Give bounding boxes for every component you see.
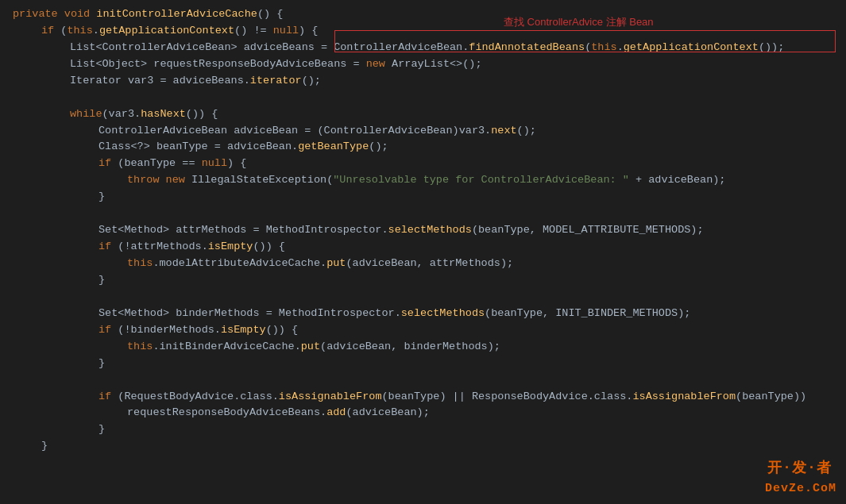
code-token: (adviceBean, attrMethods); [346, 256, 513, 272]
code-token: this [67, 23, 92, 40]
line: } [0, 421, 846, 438]
code-token: null [202, 156, 227, 172]
line: if (!binderMethods.isEmpty()) { [0, 322, 846, 339]
code-token: ()) { [253, 239, 285, 256]
code-token: } [99, 421, 105, 438]
watermark-top: 开·发·者 [767, 457, 834, 479]
line: private void initControllerAdviceCache()… [0, 6, 846, 23]
code-token: (beanType) || ResponseBodyAdvice.class. [381, 389, 632, 406]
code-token: () { [257, 6, 283, 23]
watermark: 开·发·者 DevZe.CoM [765, 457, 836, 498]
code-token: List<Object> requestResponseBodyAdviceBe… [70, 56, 366, 73]
code-token: new [366, 56, 392, 73]
code-token: if [99, 239, 118, 256]
code-token: void [64, 6, 97, 23]
code-token: null [273, 23, 299, 40]
code-token: isAssignableFrom [632, 389, 736, 406]
line [0, 90, 846, 106]
code-token: Set<Method> binderMethods = MethodIntros… [99, 306, 401, 322]
line [0, 206, 846, 222]
code-token: (var3. [102, 106, 141, 123]
code-token: Class<?> beanType = adviceBean. [99, 139, 298, 156]
code-token: . [93, 23, 99, 40]
code-token: (!attrMethods. [118, 239, 207, 256]
code-token: ( [585, 40, 591, 56]
code-token: ) { [227, 156, 246, 172]
code-token: put [326, 256, 346, 272]
code-token: selectMethods [401, 306, 485, 322]
line: Set<Method> binderMethods = MethodIntros… [0, 306, 846, 322]
code-token: + adviceBean); [629, 172, 726, 189]
code-token: findAnnotatedBeans [469, 40, 585, 56]
line [0, 289, 846, 306]
code-token: (beanType == [118, 156, 201, 172]
code-token: (RequestBodyAdvice.class. [118, 389, 279, 406]
code-token: (beanType, INIT_BINDER_METHODS); [485, 306, 690, 322]
code-token: add [326, 405, 346, 421]
code-token: while [70, 106, 102, 123]
code-token: selectMethods [388, 222, 472, 239]
code-token: } [41, 438, 48, 455]
code-token: } [99, 356, 105, 372]
code-token: getApplicationContext [99, 23, 234, 40]
code-token: .initBinderAdviceCache. [153, 339, 300, 356]
line: } [0, 438, 846, 455]
code-token: isAssignableFrom [279, 389, 382, 406]
line: } [0, 356, 846, 372]
line: this.modelAttributeAdviceCache.put(advic… [0, 256, 846, 272]
code-token: this [127, 339, 153, 356]
code-token: put [301, 339, 320, 356]
code-token: () != [234, 23, 273, 40]
code-token: List<ControllerAdviceBean> adviceBeans =… [70, 40, 469, 56]
code-token: if [99, 322, 118, 339]
code-token: getBeanType [298, 139, 369, 156]
code-token: this [591, 40, 616, 56]
code-token: ( [60, 23, 67, 40]
code-token: (adviceBean, binderMethods); [320, 339, 500, 356]
line: if (RequestBodyAdvice.class.isAssignable… [0, 389, 846, 406]
line: ControllerAdviceBean adviceBean = (Contr… [0, 123, 846, 140]
code-token: ()) { [186, 106, 218, 123]
code-token: next [491, 123, 516, 140]
line: this.initBinderAdviceCache.put(adviceBea… [0, 339, 846, 356]
code-token: initControllerAdviceCache [96, 6, 257, 23]
line: throw new IllegalStateException("Unresol… [0, 172, 846, 189]
code-token: } [99, 189, 105, 206]
code-token: getApplicationContext [624, 40, 759, 56]
code-token: requestResponseBodyAdviceBeans. [127, 405, 326, 421]
code-token: .modelAttributeAdviceCache. [153, 256, 326, 272]
line: Class<?> beanType = adviceBean.getBeanTy… [0, 139, 846, 156]
code-token: ArrayList<>(); [392, 56, 481, 73]
line: requestResponseBodyAdviceBeans.add(advic… [0, 405, 846, 421]
code-token: (); [302, 73, 321, 90]
code-token: IllegalStateException( [191, 172, 333, 189]
code-container: private void initControllerAdviceCache()… [0, 0, 846, 504]
annotation-label: 查找 ControllerAdvice 注解 Bean [504, 14, 654, 30]
line [0, 372, 846, 389]
code-token: ) { [299, 23, 318, 40]
code-token: (beanType)) [736, 389, 806, 406]
code-token: ()); [759, 40, 784, 56]
line: List<Object> requestResponseBodyAdviceBe… [0, 56, 846, 73]
line: List<ControllerAdviceBean> adviceBeans =… [0, 40, 846, 56]
code-token: if [99, 389, 118, 406]
line: if (this.getApplicationContext() != null… [0, 23, 846, 40]
code-token: Set<Method> attrMethods = MethodIntrospe… [99, 222, 388, 239]
line: Iterator var3 = adviceBeans.iterator(); [0, 73, 846, 90]
code-token: if [99, 156, 118, 172]
code-token: isEmpty [221, 322, 266, 339]
code-token: hasNext [141, 106, 186, 123]
code-token: (adviceBean); [346, 405, 429, 421]
code-token: (!binderMethods. [118, 322, 221, 339]
code-token: . [617, 40, 624, 56]
line: } [0, 272, 846, 289]
code-token: } [99, 272, 105, 289]
code-token: ()) { [266, 322, 299, 339]
code-token: private [13, 6, 64, 23]
code-token: iterator [250, 73, 302, 90]
code-token: ControllerAdviceBean adviceBean = (Contr… [99, 123, 491, 140]
watermark-bottom: DevZe.CoM [765, 479, 836, 498]
line: if (!attrMethods.isEmpty()) { [0, 239, 846, 256]
code-token: this [127, 256, 153, 272]
code-token: (); [369, 139, 388, 156]
